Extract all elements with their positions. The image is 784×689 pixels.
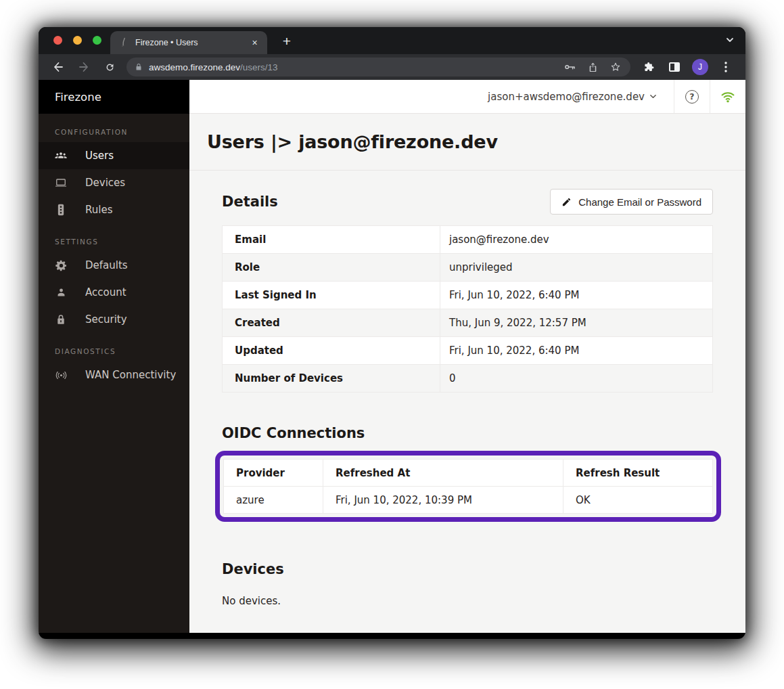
minimize-window-button[interactable] xyxy=(73,36,82,45)
tab-close-icon[interactable]: × xyxy=(249,37,260,49)
column-header: Provider xyxy=(224,460,323,487)
firezone-brand[interactable]: Firezone xyxy=(39,80,189,114)
table-row: Emailjason@firezone.dev xyxy=(223,226,713,254)
pencil-icon xyxy=(561,197,572,207)
url-text: awsdemo.firezone.dev/users/13 xyxy=(149,62,555,72)
detail-label: Created xyxy=(223,309,440,337)
sidebar-item-devices[interactable]: Devices xyxy=(39,169,189,196)
wifi-icon xyxy=(720,90,735,104)
connectivity-button[interactable] xyxy=(710,80,745,113)
forward-icon[interactable] xyxy=(75,58,93,76)
sidebar-item-account[interactable]: Account xyxy=(39,279,189,306)
sidebar-item-security[interactable]: Security xyxy=(39,306,189,333)
url-path: /users/13 xyxy=(240,62,278,72)
change-button-label: Change Email or Password xyxy=(578,196,701,208)
profile-avatar[interactable]: J xyxy=(692,59,708,75)
ssl-lock-icon[interactable] xyxy=(135,62,143,72)
sidebar-item-defaults[interactable]: Defaults xyxy=(39,252,189,279)
reload-icon[interactable] xyxy=(101,58,118,76)
password-key-icon[interactable] xyxy=(561,59,578,75)
oidc-refreshed-at: Fri, Jun 10, 2022, 10:39 PM xyxy=(323,487,563,514)
zoom-window-button[interactable] xyxy=(93,36,101,45)
oidc-connections-table: Provider Refreshed At Refresh Result azu… xyxy=(223,459,713,514)
table-header-row: Provider Refreshed At Refresh Result xyxy=(224,460,713,487)
close-window-button[interactable] xyxy=(53,36,62,45)
browser-menu-kebab-icon[interactable] xyxy=(718,59,734,75)
sidebar-item-users[interactable]: Users xyxy=(39,142,189,169)
page-content: Details Change Email or Password Emailja… xyxy=(189,171,745,633)
browser-window: Firezone • Users × + awsdemo.firezone.de… xyxy=(39,27,745,639)
section-label-configuration: CONFIGURATION xyxy=(39,114,189,142)
detail-value: unprivileged xyxy=(440,254,713,282)
bookmark-star-icon[interactable] xyxy=(607,59,624,75)
page-title: Users |> jason@firezone.dev xyxy=(207,131,498,152)
detail-label: Role xyxy=(223,254,440,282)
account-menu-button[interactable]: jason+awsdemo@firezone.dev xyxy=(471,80,674,113)
person-icon xyxy=(54,286,68,299)
account-email: jason+awsdemo@firezone.dev xyxy=(488,91,645,103)
lock-icon xyxy=(54,313,68,326)
toolbar-right: J xyxy=(636,59,739,75)
oidc-highlight-annotation: Provider Refreshed At Refresh Result azu… xyxy=(215,451,721,522)
details-table: Emailjason@firezone.dev Roleunprivileged… xyxy=(222,225,713,393)
sidebar: Firezone CONFIGURATION Users Devices Rul… xyxy=(39,80,189,633)
detail-value: jason@firezone.dev xyxy=(440,226,713,254)
oidc-connections-heading: OIDC Connections xyxy=(222,425,713,441)
detail-label: Updated xyxy=(223,337,440,365)
sidebar-item-label: Users xyxy=(85,150,114,162)
detail-label: Last Signed In xyxy=(223,282,440,309)
firezone-favicon xyxy=(118,37,129,48)
browser-toolbar: awsdemo.firezone.dev/users/13 J xyxy=(39,54,745,80)
page-title-band: Users |> jason@firezone.dev xyxy=(189,114,745,171)
detail-label: Email xyxy=(223,226,440,254)
column-header: Refresh Result xyxy=(563,460,713,487)
sidebar-item-label: Devices xyxy=(85,177,125,189)
sidebar-item-label: Rules xyxy=(85,204,112,216)
details-heading: Details xyxy=(222,194,278,210)
table-row: Number of Devices0 xyxy=(223,365,713,393)
extensions-puzzle-icon[interactable] xyxy=(641,59,657,75)
share-icon[interactable] xyxy=(584,59,601,75)
app-header: jason+awsdemo@firezone.dev ? xyxy=(189,80,745,114)
help-button[interactable]: ? xyxy=(674,80,710,113)
sidebar-item-label: Defaults xyxy=(85,259,128,271)
table-row: Roleunprivileged xyxy=(223,254,713,282)
detail-label: Number of Devices xyxy=(223,365,440,393)
sidebar-item-wan-connectivity[interactable]: WAN Connectivity xyxy=(39,361,189,388)
sidebar-item-rules[interactable]: Rules xyxy=(39,196,189,223)
sidebar-item-label: Account xyxy=(85,286,126,298)
section-label-settings: SETTINGS xyxy=(39,223,189,252)
radio-waves-icon xyxy=(54,368,68,382)
change-email-password-button[interactable]: Change Email or Password xyxy=(550,189,713,215)
laptop-icon xyxy=(54,176,68,190)
devices-empty-text: No devices. xyxy=(222,595,713,607)
sidebar-item-label: Security xyxy=(85,313,127,326)
table-row: azure Fri, Jun 10, 2022, 10:39 PM OK xyxy=(224,487,713,514)
traffic-light-icon xyxy=(54,203,68,217)
detail-value: Fri, Jun 10, 2022, 6:40 PM xyxy=(440,282,713,309)
devices-heading: Devices xyxy=(222,561,713,577)
detail-value: 0 xyxy=(440,365,713,393)
column-header: Refreshed At xyxy=(323,460,563,487)
url-domain: awsdemo.firezone.dev xyxy=(149,62,240,72)
table-row: UpdatedFri, Jun 10, 2022, 6:40 PM xyxy=(223,337,713,365)
help-icon: ? xyxy=(685,90,699,104)
window-controls xyxy=(53,36,101,45)
new-tab-button[interactable]: + xyxy=(278,32,296,50)
detail-value: Fri, Jun 10, 2022, 6:40 PM xyxy=(440,337,713,365)
back-icon[interactable] xyxy=(49,58,67,76)
tab-firezone-users[interactable]: Firezone • Users × xyxy=(110,31,267,54)
tab-strip: Firezone • Users × + xyxy=(39,27,745,54)
url-bar[interactable]: awsdemo.firezone.dev/users/13 xyxy=(126,58,630,76)
gear-icon xyxy=(54,259,68,272)
users-icon xyxy=(54,149,68,162)
side-panel-icon[interactable] xyxy=(666,59,683,75)
table-row: CreatedThu, Jun 9, 2022, 12:57 PM xyxy=(223,309,713,337)
table-row: Last Signed InFri, Jun 10, 2022, 6:40 PM xyxy=(223,282,713,309)
chevron-down-icon xyxy=(649,93,657,100)
sidebar-item-label: WAN Connectivity xyxy=(85,369,176,381)
section-label-diagnostics: DIAGNOSTICS xyxy=(39,333,189,361)
tab-search-chevron-icon[interactable] xyxy=(725,35,735,45)
detail-value: Thu, Jun 9, 2022, 12:57 PM xyxy=(440,309,713,337)
oidc-provider: azure xyxy=(224,487,323,514)
